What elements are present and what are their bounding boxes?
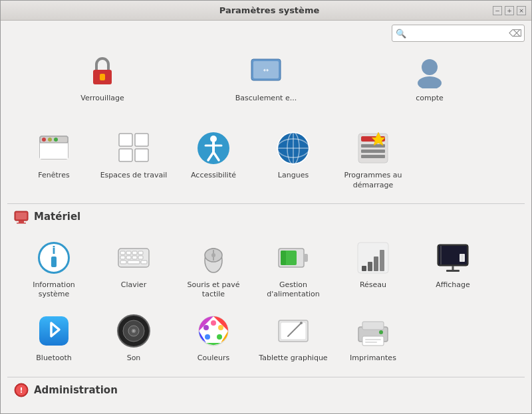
svg-rect-9 [40,143,68,159]
item-souris[interactable]: Souris et pavé tactile [174,233,253,306]
basculement-label: Basculement e... [235,94,297,103]
administration-section-grid: Écran de connexion Pilotes de périphériq… [7,403,525,413]
tablette-icon [275,312,312,350]
svg-rect-97 [365,342,377,343]
item-reseau[interactable]: Réseau [333,233,413,306]
reseau-label: Réseau [360,280,386,290]
imprimantes-label: Imprimantes [350,354,396,363]
svg-rect-15 [135,134,148,146]
gestion-alim-label: Gestion d'alimentation [257,280,330,300]
item-gestion-alim[interactable]: Gestion d'alimentation [253,233,333,306]
svg-rect-38 [19,221,24,223]
svg-point-13 [54,138,58,142]
materiel-label: Matériel [34,211,80,223]
svg-rect-47 [132,251,137,255]
info-systeme-label: Information système [17,280,90,300]
svg-rect-49 [120,256,125,259]
svg-rect-61 [304,254,308,262]
ecran-connexion-icon [35,413,72,413]
verrouillage-label: Verrouillage [80,94,124,103]
affichage-label: Affichage [436,280,470,290]
programmes-icon [354,130,392,167]
svg-rect-50 [126,256,131,259]
search-input[interactable] [409,29,509,38]
pilotes-icon [115,413,152,413]
svg-rect-37 [16,213,27,219]
svg-rect-72 [446,270,460,272]
svg-text:!: ! [19,386,23,395]
accessibilite-icon [195,130,232,167]
item-utilisateurs[interactable]: Utilisateurs et groupes [253,406,333,413]
espaces-icon [115,130,152,167]
item-accessibilite[interactable]: Accessibilité [174,123,253,197]
item-ecran-connexion[interactable]: Écran de connexion [14,406,94,413]
svg-rect-54 [128,260,140,264]
svg-rect-66 [368,262,372,271]
clavier-icon [115,239,152,276]
item-couleurs[interactable]: Couleurs [174,306,253,369]
item-langues[interactable]: Langues [253,123,333,197]
svg-rect-34 [361,155,385,158]
item-espaces[interactable]: Espaces de travail [94,123,174,197]
langues-icon [275,130,312,167]
window-controls: − + × [493,6,526,15]
item-clavier[interactable]: Clavier [94,233,174,306]
svg-point-87 [205,334,210,340]
system-settings-window: Paramètres système − + × 🔍 ⌫ [0,0,532,414]
svg-rect-67 [374,257,378,271]
gestion-alim-icon [275,239,312,276]
svg-rect-51 [132,256,137,259]
svg-rect-43 [51,257,57,267]
son-label: Son [127,354,141,363]
materiel-icon [14,209,29,224]
titlebar: Paramètres système − + × [1,1,531,21]
item-tablette[interactable]: Tablette graphique [253,306,333,369]
svg-point-6 [418,76,442,88]
svg-point-11 [42,138,46,142]
close-button[interactable]: × [517,6,526,15]
item-pilotes[interactable]: Pilotes de périphériques [94,406,174,413]
item-imprimantes[interactable]: Imprimantes [333,306,413,369]
personal-section-grid: Fenêtres Espaces de travail [7,120,525,200]
item-son[interactable]: Son [94,306,174,369]
clear-search-button[interactable]: ⌫ [509,29,522,38]
item-programmes[interactable]: Programmes au démarrage [333,123,413,197]
administration-icon: ! [14,383,29,397]
search-icon: 🔍 [396,29,406,39]
svg-rect-76 [39,316,68,346]
item-info-systeme[interactable]: i Information système [14,233,94,306]
svg-rect-55 [141,260,147,264]
espaces-label: Espaces de travail [100,171,168,180]
svg-rect-94 [362,322,384,330]
svg-point-5 [422,59,438,75]
item-verrouillage[interactable]: Verrouillage [63,46,142,110]
son-icon [115,312,152,350]
svg-rect-52 [138,256,143,259]
souris-label: Souris et pavé tactile [177,280,250,300]
imprimantes-icon [354,312,392,350]
svg-rect-68 [380,250,384,271]
materiel-section-grid: i Information système [7,229,525,373]
svg-point-59 [211,253,215,257]
fenetres-label: Fenêtres [38,171,69,180]
settings-content: Verrouillage ↔ Basculement e... [1,46,531,413]
item-bluetooth[interactable]: Bluetooth [14,306,94,369]
administration-label: Administration [34,384,118,396]
reseau-icon [354,239,392,276]
svg-rect-39 [17,223,26,224]
maximize-button[interactable]: + [505,6,514,15]
search-box[interactable]: 🔍 ⌫ [392,25,525,42]
compte-icon [411,52,448,90]
svg-point-98 [379,330,383,334]
item-compte[interactable]: compte [390,46,469,110]
svg-rect-33 [361,150,385,153]
item-basculement[interactable]: ↔ Basculement e... [226,46,306,110]
item-sources-maj[interactable]: Sources de mise à jour [174,406,253,413]
item-fenetres[interactable]: Fenêtres [14,123,94,197]
svg-point-92 [300,322,303,324]
svg-text:↔: ↔ [263,66,269,74]
item-affichage[interactable]: Affichage [413,233,493,306]
svg-point-88 [203,325,209,330]
minimize-button[interactable]: − [493,6,502,15]
affichage-icon [434,239,471,276]
